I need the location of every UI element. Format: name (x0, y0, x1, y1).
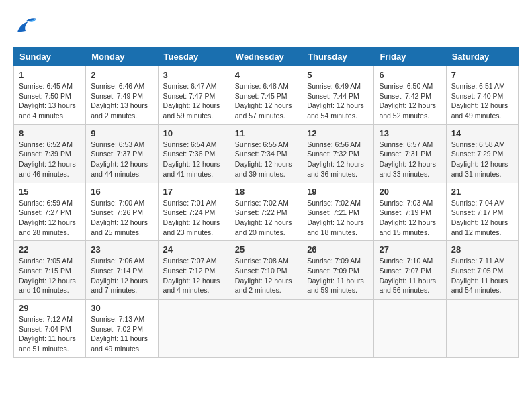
calendar-cell (158, 300, 230, 358)
sunset-label: Sunset: 7:02 PM (91, 325, 143, 333)
daylight-label: Daylight: 12 hours and 49 minutes. (451, 101, 508, 120)
daylight-label: Daylight: 12 hours and 41 minutes. (163, 160, 220, 178)
daylight-label: Daylight: 12 hours and 25 minutes. (91, 218, 148, 236)
sunrise-label: Sunrise: 7:01 AM (163, 199, 217, 207)
sunrise-label: Sunrise: 7:11 AM (451, 257, 505, 265)
day-number: 9 (91, 128, 152, 138)
day-info: Sunrise: 6:48 AM Sunset: 7:45 PM Dayligh… (235, 81, 297, 121)
day-number: 14 (451, 128, 513, 138)
sunset-label: Sunset: 7:10 PM (235, 267, 287, 275)
day-number: 17 (163, 187, 225, 197)
calendar-cell: 21 Sunrise: 7:04 AM Sunset: 7:17 PM Dayl… (446, 183, 518, 241)
day-info: Sunrise: 7:00 AM Sunset: 7:26 PM Dayligh… (91, 198, 152, 238)
calendar-cell: 19 Sunrise: 7:02 AM Sunset: 7:21 PM Dayl… (302, 183, 374, 241)
sunset-label: Sunset: 7:04 PM (19, 325, 71, 333)
day-header-sunday: Sunday (14, 48, 86, 66)
day-number: 3 (163, 70, 225, 80)
day-info: Sunrise: 6:45 AM Sunset: 7:50 PM Dayligh… (19, 81, 81, 121)
sunset-label: Sunset: 7:07 PM (379, 267, 431, 275)
sunrise-label: Sunrise: 6:54 AM (163, 140, 217, 148)
sunset-label: Sunset: 7:50 PM (19, 92, 71, 100)
sunset-label: Sunset: 7:47 PM (163, 92, 216, 100)
sunset-label: Sunset: 7:40 PM (451, 92, 504, 100)
calendar-table: SundayMondayTuesdayWednesdayThursdayFrid… (13, 47, 519, 358)
calendar-cell: 23 Sunrise: 7:06 AM Sunset: 7:14 PM Dayl… (86, 241, 158, 300)
sunrise-label: Sunrise: 6:57 AM (379, 140, 433, 148)
day-number: 1 (19, 70, 81, 80)
daylight-label: Daylight: 12 hours and 28 minutes. (19, 218, 76, 236)
calendar-cell: 15 Sunrise: 6:59 AM Sunset: 7:27 PM Dayl… (14, 183, 86, 241)
day-info: Sunrise: 7:07 AM Sunset: 7:12 PM Dayligh… (163, 256, 225, 295)
sunset-label: Sunset: 7:27 PM (19, 208, 71, 216)
sunrise-label: Sunrise: 6:56 AM (307, 140, 361, 148)
day-info: Sunrise: 7:03 AM Sunset: 7:19 PM Dayligh… (379, 198, 441, 238)
sunset-label: Sunset: 7:22 PM (235, 208, 287, 216)
daylight-label: Daylight: 11 hours and 51 minutes. (19, 334, 76, 353)
week-row-1: 1 Sunrise: 6:45 AM Sunset: 7:50 PM Dayli… (14, 66, 519, 125)
calendar-cell: 9 Sunrise: 6:53 AM Sunset: 7:37 PM Dayli… (86, 124, 158, 183)
daylight-label: Daylight: 11 hours and 54 minutes. (451, 277, 508, 295)
daylight-label: Daylight: 12 hours and 7 minutes. (91, 277, 148, 295)
daylight-label: Daylight: 13 hours and 2 minutes. (91, 101, 148, 120)
daylight-label: Daylight: 12 hours and 15 minutes. (379, 218, 436, 236)
sunrise-label: Sunrise: 7:13 AM (91, 315, 144, 323)
day-info: Sunrise: 7:04 AM Sunset: 7:17 PM Dayligh… (451, 198, 513, 238)
day-info: Sunrise: 6:51 AM Sunset: 7:40 PM Dayligh… (451, 81, 513, 121)
day-number: 2 (91, 70, 152, 80)
day-number: 19 (307, 187, 369, 197)
day-info: Sunrise: 7:06 AM Sunset: 7:14 PM Dayligh… (91, 256, 152, 295)
daylight-label: Daylight: 12 hours and 59 minutes. (163, 101, 220, 120)
sunrise-label: Sunrise: 6:46 AM (91, 82, 144, 90)
day-info: Sunrise: 6:47 AM Sunset: 7:47 PM Dayligh… (163, 81, 225, 121)
daylight-label: Daylight: 12 hours and 46 minutes. (19, 160, 76, 178)
sunrise-label: Sunrise: 7:03 AM (379, 199, 433, 207)
calendar-cell: 16 Sunrise: 7:00 AM Sunset: 7:26 PM Dayl… (86, 183, 158, 241)
sunrise-label: Sunrise: 7:10 AM (379, 257, 433, 265)
day-header-saturday: Saturday (446, 48, 518, 66)
day-number: 6 (379, 70, 441, 80)
sunrise-label: Sunrise: 7:08 AM (235, 257, 289, 265)
calendar-cell (230, 300, 302, 358)
day-info: Sunrise: 6:52 AM Sunset: 7:39 PM Dayligh… (19, 140, 81, 179)
day-info: Sunrise: 6:59 AM Sunset: 7:27 PM Dayligh… (19, 198, 81, 238)
calendar-cell: 11 Sunrise: 6:55 AM Sunset: 7:34 PM Dayl… (230, 124, 302, 183)
calendar-cell: 17 Sunrise: 7:01 AM Sunset: 7:24 PM Dayl… (158, 183, 230, 241)
day-info: Sunrise: 6:57 AM Sunset: 7:31 PM Dayligh… (379, 140, 441, 179)
calendar-cell: 18 Sunrise: 7:02 AM Sunset: 7:22 PM Dayl… (230, 183, 302, 241)
day-number: 25 (235, 244, 297, 255)
day-number: 15 (19, 187, 81, 197)
day-number: 22 (19, 244, 81, 255)
day-info: Sunrise: 6:55 AM Sunset: 7:34 PM Dayligh… (235, 140, 297, 179)
daylight-label: Daylight: 12 hours and 39 minutes. (235, 160, 292, 178)
calendar-cell: 2 Sunrise: 6:46 AM Sunset: 7:49 PM Dayli… (86, 66, 158, 125)
calendar-cell (446, 300, 518, 358)
calendar-cell: 7 Sunrise: 6:51 AM Sunset: 7:40 PM Dayli… (446, 66, 518, 125)
sunset-label: Sunset: 7:34 PM (235, 150, 287, 158)
day-number: 24 (163, 244, 225, 255)
calendar-cell: 13 Sunrise: 6:57 AM Sunset: 7:31 PM Dayl… (374, 124, 446, 183)
calendar-cell: 10 Sunrise: 6:54 AM Sunset: 7:36 PM Dayl… (158, 124, 230, 183)
sunrise-label: Sunrise: 6:49 AM (307, 82, 361, 90)
sunrise-label: Sunrise: 7:00 AM (91, 199, 144, 207)
calendar-cell: 24 Sunrise: 7:07 AM Sunset: 7:12 PM Dayl… (158, 241, 230, 300)
sunrise-label: Sunrise: 6:48 AM (235, 82, 289, 90)
day-info: Sunrise: 7:09 AM Sunset: 7:09 PM Dayligh… (307, 256, 369, 295)
day-number: 4 (235, 70, 297, 80)
day-number: 13 (379, 128, 441, 138)
sunrise-label: Sunrise: 7:07 AM (163, 257, 217, 265)
sunset-label: Sunset: 7:24 PM (163, 208, 216, 216)
daylight-label: Daylight: 11 hours and 49 minutes. (91, 334, 148, 353)
sunrise-label: Sunrise: 7:05 AM (19, 257, 73, 265)
sunrise-label: Sunrise: 6:50 AM (379, 82, 433, 90)
sunrise-label: Sunrise: 7:12 AM (19, 315, 73, 323)
week-row-5: 29 Sunrise: 7:12 AM Sunset: 7:04 PM Dayl… (14, 300, 519, 358)
day-number: 11 (235, 128, 297, 138)
calendar-cell: 4 Sunrise: 6:48 AM Sunset: 7:45 PM Dayli… (230, 66, 302, 125)
calendar-cell: 14 Sunrise: 6:58 AM Sunset: 7:29 PM Dayl… (446, 124, 518, 183)
day-number: 7 (451, 70, 513, 80)
sunset-label: Sunset: 7:26 PM (91, 208, 143, 216)
daylight-label: Daylight: 13 hours and 4 minutes. (19, 101, 76, 120)
day-info: Sunrise: 7:02 AM Sunset: 7:21 PM Dayligh… (307, 198, 369, 238)
daylight-label: Daylight: 12 hours and 57 minutes. (235, 101, 292, 120)
day-info: Sunrise: 6:58 AM Sunset: 7:29 PM Dayligh… (451, 140, 513, 179)
